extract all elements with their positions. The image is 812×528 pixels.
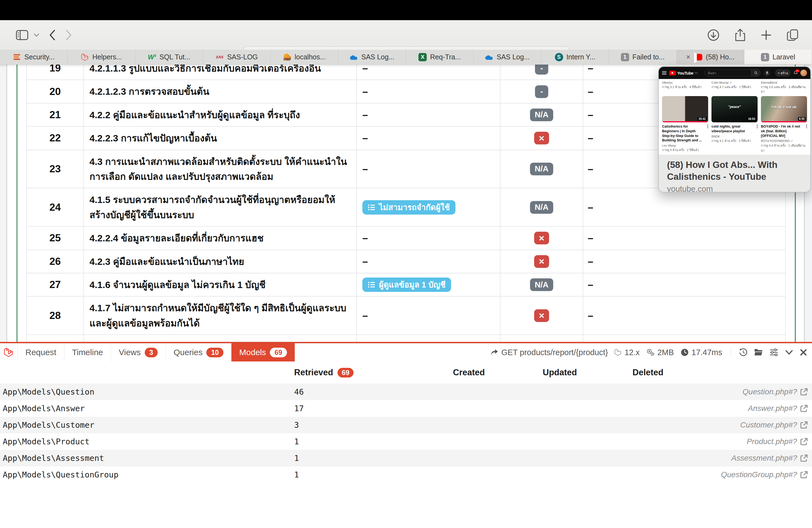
folder-icon[interactable] [754, 349, 763, 356]
browser-tab[interactable]: SAS Log... [474, 50, 541, 64]
tab-label: Failed to... [633, 53, 665, 61]
tab-label: Laravel [772, 53, 795, 61]
video-thumbnail: 25:41 [662, 96, 708, 122]
youtube-play-icon [669, 71, 676, 75]
browser-tab[interactable]: 1Failed to... [609, 50, 677, 64]
debugbar-tab-badge: 10 [206, 348, 223, 357]
forward-icon[interactable] [65, 29, 72, 41]
row-description: 4.1.7 ไม่สามารถกำหนดให้มีบัญชีผู้ใช้ใด ๆ… [83, 297, 357, 334]
minimize-chevron-icon[interactable] [785, 350, 793, 355]
browser-tab[interactable]: PMAlocalhos... [271, 50, 338, 64]
row-status: × [501, 227, 583, 249]
model-file-link[interactable]: Question.php#? [717, 387, 812, 396]
downloads-icon[interactable] [707, 29, 720, 41]
model-file-link[interactable]: Customer.php#? [717, 421, 812, 429]
debugbar-tab-request[interactable]: Request [18, 343, 64, 362]
browser-tab[interactable]: 1Laravel [744, 50, 812, 64]
preview-page-title: (58) How I Got Abs... With Calisthenics … [667, 159, 802, 183]
column-created: Created [447, 368, 537, 378]
model-retrieved-count: 17 [291, 404, 447, 413]
back-icon[interactable] [48, 29, 56, 41]
debugbar-tab-label: Timeline [72, 348, 103, 357]
browser-tab[interactable]: SIntern Y... [541, 50, 609, 64]
external-link-icon [800, 404, 808, 413]
row-evidence: ไม่สามารถจำกัดผู้ใช้ [357, 188, 501, 226]
tab-overview-icon[interactable] [787, 29, 799, 41]
column-retrieved: Retrieved [294, 368, 333, 378]
status-badge: - [535, 85, 548, 98]
youtube-mic-icon [764, 69, 771, 76]
sidebar-toggle-icon[interactable] [16, 30, 28, 40]
thumbnail-overlay-text: I'm ok // not ok [761, 105, 807, 109]
request-duration: 17.47ms [681, 348, 722, 357]
browser-tab[interactable]: XReq-Tra... [406, 50, 474, 64]
tab-label: SAS Log... [361, 53, 394, 61]
browser-tab[interactable]: SASSAS-LOG [203, 50, 271, 64]
model-file-name: Product.php#? [747, 437, 797, 446]
video-meta: Viberlycการดู 3.1 ล้าน ครั้ง · 4 ปีที่แล… [662, 80, 708, 96]
youtube-search-input: ค้นหา [704, 69, 751, 76]
video-meta: EternaBlockการดู 2.6 แสน ครั้ง · 3 เดือน… [761, 80, 807, 96]
table-row: 264.2.3 คู่มือและข้อแนะนำเป็นภาษาไทย–×– [27, 250, 785, 274]
debugbar-tab-timeline[interactable]: Timeline [64, 343, 111, 362]
status-badge: × [534, 132, 549, 144]
debugbar-tab-badge: 3 [145, 348, 158, 357]
evidence-badge[interactable]: ไม่สามารถจำกัดผู้ใช้ [362, 200, 455, 215]
row-number: 27 [27, 274, 83, 296]
model-retrieved-count: 3 [291, 420, 447, 430]
new-tab-icon[interactable] [760, 30, 772, 41]
model-file-link[interactable]: Answer.php#? [717, 404, 812, 413]
sas-icon: SAS [215, 53, 224, 61]
row-note: – [583, 297, 785, 334]
settings-sliders-icon[interactable] [769, 348, 778, 356]
row-status: N/A [501, 150, 583, 188]
status-badge: × [534, 309, 549, 322]
tab-preview-popup: YouTubeTH ค้นหา + สร้าง 9+ Viberlycการดู… [658, 66, 811, 192]
model-file-link[interactable]: QuestionGroup.php#? [717, 470, 812, 479]
browser-tab[interactable]: W3SQL Tut... [135, 50, 203, 64]
tab-label: SQL Tut... [159, 53, 190, 61]
model-file-name: QuestionGroup.php#? [721, 470, 797, 479]
history-icon[interactable] [739, 348, 748, 356]
browser-tab[interactable]: SAS Log... [338, 50, 406, 64]
debugbar-tab-label: Request [25, 348, 56, 357]
evidence-dash: – [362, 232, 368, 244]
browser-tab[interactable]: Helpers... [68, 50, 135, 64]
row-evidence: – [357, 127, 501, 149]
stack-icon [13, 53, 21, 61]
route-arrow-icon [490, 348, 498, 356]
sharepoint-icon: S [555, 53, 563, 61]
model-row: App\Models\Customer3Customer.php#? [0, 417, 812, 433]
video-title: Calisthenics for Beginners | In Depth St… [662, 124, 708, 143]
video-channel: BNDK [711, 135, 758, 138]
laravel-icon[interactable] [0, 343, 18, 362]
numbered-icon: 1 [761, 53, 769, 61]
tab-close-icon[interactable]: × [686, 53, 690, 61]
share-icon[interactable] [735, 28, 746, 42]
debugbar-tab-views[interactable]: Views3 [111, 343, 166, 362]
model-file-link[interactable]: Product.php#? [717, 437, 812, 446]
debugbar-tab-queries[interactable]: Queries10 [166, 343, 231, 362]
model-row: App\Models\Product1Product.php#? [0, 433, 812, 450]
close-icon[interactable] [800, 349, 807, 356]
sidebar-chevron-down-icon[interactable] [34, 33, 39, 37]
debugbar-tab-label: Queries [173, 348, 202, 357]
row-number: 20 [27, 80, 83, 103]
tab-label: localhos... [295, 53, 326, 61]
model-file-link[interactable]: Assessment.php#? [717, 454, 812, 463]
row-description: 4.2.2.4 ข้อมูลรายละเอียดที่เกี่ยวกับการแ… [83, 227, 357, 249]
models-header: Retrieved 69 Created Updated Deleted [0, 362, 812, 384]
tab-label: SAS-LOG [227, 53, 258, 61]
youtube-video-grid: Viberlycการดู 3.1 ล้าน ครั้ง · 4 ปีที่แล… [659, 79, 810, 155]
status-badge: × [534, 232, 549, 245]
model-retrieved-count: 46 [291, 387, 447, 397]
tab-preview-screenshot: YouTubeTH ค้นหา + สร้าง 9+ Viberlycการดู… [659, 67, 810, 155]
debugbar-tab-models[interactable]: Models69 [231, 343, 295, 362]
model-name: App\Models\QuestionGroup [0, 470, 291, 480]
evidence-badge[interactable]: ผู้ดูแลข้อมูล 1 บัญชี [362, 278, 451, 292]
youtube-logo: YouTubeTH [669, 71, 698, 75]
browser-tab[interactable]: ×(58) Ho... [677, 50, 744, 64]
youtube-icon [694, 53, 702, 61]
browser-tab[interactable]: Security... [0, 50, 68, 64]
watch-progress-bar [761, 121, 807, 122]
